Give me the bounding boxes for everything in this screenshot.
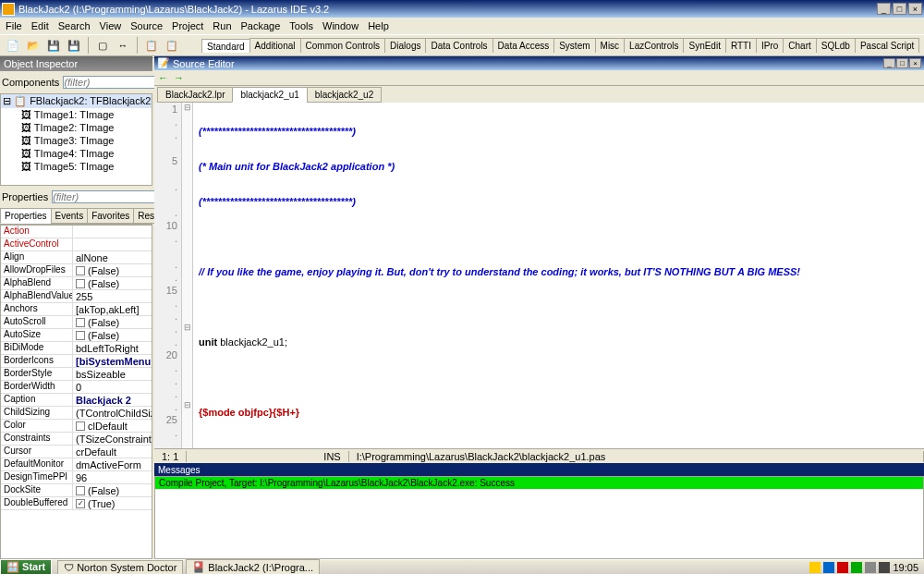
palette-tab-common[interactable]: Common Controls <box>300 38 386 53</box>
palette-tab-sqldb[interactable]: SQLdb <box>816 38 856 53</box>
oi-tab-properties[interactable]: Properties <box>0 208 52 224</box>
messages-panel[interactable]: Compile Project, Target: I:\Programming\… <box>154 476 924 559</box>
menu-window[interactable]: Window <box>322 20 359 31</box>
oi-tab-favorites[interactable]: Favorites <box>87 208 134 224</box>
src-close-button[interactable]: × <box>909 58 921 68</box>
palette-tab-rtti[interactable]: RTTI <box>725 38 757 53</box>
prop-row[interactable]: DesignTimePPI96 <box>1 471 152 484</box>
system-tray: 19:05 <box>804 562 924 573</box>
tray-icon[interactable] <box>851 562 862 573</box>
compile-success-message[interactable]: Compile Project, Target: I:\Programming\… <box>155 477 923 489</box>
prop-row[interactable]: ChildSizing(TControlChildSizin <box>1 407 152 420</box>
minimize-button[interactable]: _ <box>877 3 891 15</box>
menu-package[interactable]: Package <box>241 20 281 31</box>
prop-row[interactable]: AllowDropFiles(False) <box>1 264 152 277</box>
palette-tab-ipro[interactable]: IPro <box>756 38 784 53</box>
nav-fwd-button[interactable]: → <box>174 72 184 83</box>
prop-row[interactable]: ActiveControl <box>1 238 152 251</box>
window-title: BlackJack2 (I:\Programming\Lazarus\Black… <box>18 4 329 15</box>
prop-row[interactable]: CursorcrDefault <box>1 446 152 458</box>
menu-edit[interactable]: Edit <box>31 20 49 31</box>
taskbar-item[interactable]: 🛡 Norton System Doctor <box>57 560 183 575</box>
toggle-form-button[interactable]: ↔ <box>114 36 132 55</box>
palette-tab-pascal[interactable]: Pascal Script <box>855 38 919 53</box>
prop-row[interactable]: CaptionBlackjack 2 <box>1 394 152 407</box>
palette-tab-laz[interactable]: LazControls <box>624 38 684 53</box>
menu-help[interactable]: Help <box>368 20 389 31</box>
tree-item[interactable]: 🖼 TImage1: TImage <box>1 108 152 121</box>
nav-back-button[interactable]: ← <box>158 72 168 83</box>
start-button[interactable]: 🪟 Start <box>0 559 52 574</box>
prop-row[interactable]: BorderIcons[biSystemMenu <box>1 355 152 368</box>
prop-row[interactable]: ColorclDefault <box>1 420 152 433</box>
code-content[interactable]: (**************************************)… <box>193 103 924 448</box>
palette-tab-datactrl[interactable]: Data Controls <box>425 38 492 53</box>
menu-tools[interactable]: Tools <box>289 20 313 31</box>
tree-item[interactable]: 🖼 TImage4: TImage <box>1 147 152 160</box>
tray-icon[interactable] <box>837 562 848 573</box>
view-forms-button[interactable]: 📋 <box>163 36 181 55</box>
menu-run[interactable]: Run <box>213 20 231 31</box>
prop-row[interactable]: AlignalNone <box>1 251 152 264</box>
prop-row[interactable]: AutoSize(False) <box>1 329 152 342</box>
app-icon <box>2 3 15 16</box>
save-all-button[interactable]: 💾 <box>65 36 83 55</box>
palette-tab-dataacc[interactable]: Data Access <box>492 38 555 53</box>
tray-icon[interactable] <box>879 562 890 573</box>
prop-row[interactable]: BiDiModebdLeftToRight <box>1 342 152 355</box>
tree-item[interactable]: 🖼 TImage5: TImage <box>1 160 152 173</box>
maximize-button[interactable]: □ <box>893 3 906 15</box>
prop-row[interactable]: Constraints(TSizeConstraints) <box>1 433 152 446</box>
tab-u2[interactable]: blackjack2_u2 <box>307 87 382 103</box>
prop-row[interactable]: Anchors[akTop,akLeft] <box>1 303 152 316</box>
close-button[interactable]: × <box>908 3 922 15</box>
palette-tab-standard[interactable]: Standard <box>201 39 250 53</box>
tab-u1[interactable]: blackjack2_u1 <box>232 87 307 103</box>
main-menubar: File Edit Search View Source Project Run… <box>0 18 924 34</box>
prop-row[interactable]: Action <box>1 226 152 238</box>
prop-row[interactable]: BorderStylebsSizeable <box>1 368 152 381</box>
menu-project[interactable]: Project <box>172 20 203 31</box>
palette-tab-synedit[interactable]: SynEdit <box>683 38 725 53</box>
palette-tab-misc[interactable]: Misc <box>595 38 626 53</box>
tab-lpr[interactable]: BlackJack2.lpr <box>157 87 233 103</box>
code-editor[interactable]: 1.. 5 . .10. ..15....20....25... ⊟⊟⊟ (**… <box>154 103 924 448</box>
cursor-pos: 1: 1 <box>154 451 187 462</box>
prop-row[interactable]: DoubleBuffered✓(True) <box>1 497 152 510</box>
palette-tab-dialogs[interactable]: Dialogs <box>384 38 426 53</box>
prop-row[interactable]: DockSite(False) <box>1 484 152 497</box>
tree-item[interactable]: 🖼 TImage3: TImage <box>1 134 152 147</box>
prop-row[interactable]: AlphaBlendValue255 <box>1 290 152 303</box>
main-toolbar: 📄 📂 💾 💾 ▢ ↔ 📋 📋 Standard Additional Comm… <box>0 34 924 56</box>
oi-components-label: Components <box>2 77 59 88</box>
tray-icon[interactable] <box>823 562 834 573</box>
save-button[interactable]: 💾 <box>44 36 63 55</box>
tray-icon[interactable] <box>809 562 821 573</box>
palette-tab-system[interactable]: System <box>553 38 595 53</box>
property-grid[interactable]: ActionActiveControlAlignalNoneAllowDropF… <box>0 225 152 559</box>
prop-row[interactable]: DefaultMonitordmActiveForm <box>1 458 152 471</box>
view-units-button[interactable]: 📋 <box>142 36 161 55</box>
prop-row[interactable]: BorderWidth0 <box>1 381 152 394</box>
oi-tab-events[interactable]: Events <box>51 208 89 224</box>
menu-source[interactable]: Source <box>130 20 163 31</box>
new-form-button[interactable]: ▢ <box>93 36 112 55</box>
palette-tab-chart[interactable]: Chart <box>783 38 816 53</box>
palette-tab-additional[interactable]: Additional <box>249 38 301 53</box>
prop-row[interactable]: AutoScroll(False) <box>1 316 152 329</box>
tree-root[interactable]: ⊟ 📋 FBlackjack2: TFBlackjack2 <box>1 94 152 108</box>
menu-file[interactable]: File <box>6 20 22 31</box>
messages-title: Messages <box>154 463 924 476</box>
new-unit-button[interactable]: 📄 <box>4 36 22 55</box>
prop-row[interactable]: AlphaBlend(False) <box>1 277 152 290</box>
src-maximize-button[interactable]: □ <box>896 58 908 68</box>
component-tree[interactable]: ⊟ 📋 FBlackjack2: TFBlackjack2 🖼 TImage1:… <box>0 93 152 186</box>
fold-gutter[interactable]: ⊟⊟⊟ <box>182 103 193 448</box>
taskbar-item[interactable]: 🎴 BlackJack2 (I:\Progra... <box>186 559 320 574</box>
src-minimize-button[interactable]: _ <box>883 58 895 68</box>
tree-item[interactable]: 🖼 TImage2: TImage <box>1 121 152 134</box>
menu-search[interactable]: Search <box>58 20 91 31</box>
open-button[interactable]: 📂 <box>24 36 43 55</box>
tray-icon[interactable] <box>865 562 876 573</box>
menu-view[interactable]: View <box>100 20 122 31</box>
